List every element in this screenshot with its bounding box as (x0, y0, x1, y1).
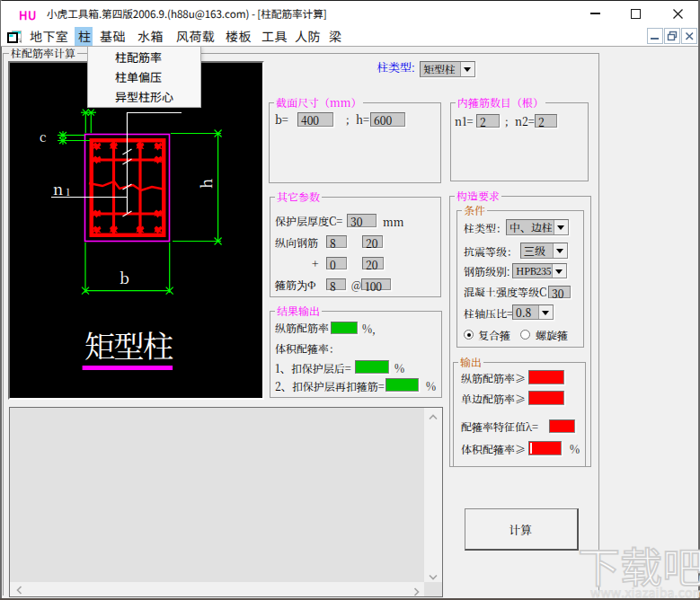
svg-text:c: c (40, 128, 47, 146)
svg-text:b: b (120, 266, 129, 288)
svg-text:h: h (194, 179, 217, 189)
svg-text:矩型柱: 矩型柱 (84, 322, 173, 366)
svg-text:n: n (53, 177, 63, 199)
svg-text:1: 1 (66, 184, 70, 199)
